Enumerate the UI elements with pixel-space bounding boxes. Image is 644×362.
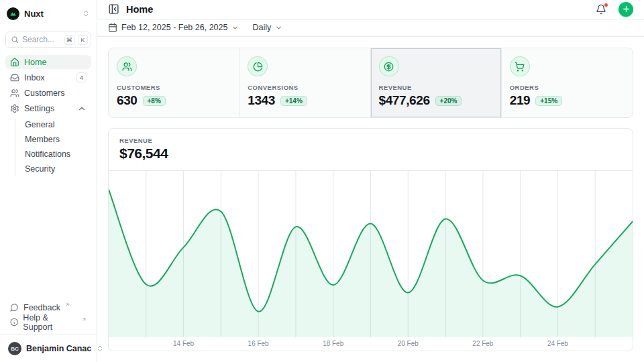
users-icon <box>122 62 132 72</box>
x-axis-tick-label: 16 Feb <box>248 340 269 347</box>
sidebar: Nuxt Search... ⌘ K Home Inbox 4 Cust <box>0 0 97 362</box>
users-icon <box>10 88 19 98</box>
plus-icon <box>622 5 631 13</box>
topbar: Home <box>97 0 644 19</box>
stat-card-orders[interactable]: ORDERS 219 +15% <box>502 48 633 117</box>
help-support-link[interactable]: Help & Support <box>5 315 91 329</box>
stat-label: REVENUE <box>379 84 493 91</box>
nuxt-logo-icon <box>7 7 19 20</box>
stat-icon-circle <box>117 56 137 76</box>
stat-card-customers[interactable]: CUSTOMERS 630 +8% <box>109 48 239 117</box>
stat-icon-circle <box>379 56 399 76</box>
stats-row: CUSTOMERS 630 +8% CONVERSIONS 1343 +14% <box>108 48 633 118</box>
external-link-icon <box>65 302 70 307</box>
sidebar-nav: Home Inbox 4 Customers Settings General <box>5 55 91 177</box>
chevron-down-icon <box>231 24 239 32</box>
stat-value: 630 <box>117 93 138 108</box>
feedback-label: Feedback <box>23 303 60 312</box>
chart-canvas: 14 Feb16 Feb18 Feb20 Feb22 Feb24 Feb <box>109 171 633 351</box>
circle-dollar-icon <box>384 62 394 72</box>
app-root: Nuxt Search... ⌘ K Home Inbox 4 Cust <box>0 0 644 362</box>
home-icon <box>10 58 19 67</box>
user-menu[interactable]: BC Benjamin Canac <box>5 335 91 357</box>
stat-value: 1343 <box>248 93 275 108</box>
filters-toolbar: Feb 12, 2025 - Feb 26, 2025 Daily <box>97 19 644 37</box>
x-axis-tick-label: 18 Feb <box>323 340 343 347</box>
workspace-selector[interactable]: Nuxt <box>5 0 91 27</box>
stat-value: $477,626 <box>379 93 430 108</box>
chevrons-up-down-icon <box>82 9 90 17</box>
chart-metric-value: $76,544 <box>119 145 622 162</box>
stat-card-revenue[interactable]: REVENUE $477,626 +20% <box>371 48 502 117</box>
chat-bubble-icon <box>10 303 19 312</box>
collapse-sidebar-button[interactable] <box>108 3 119 15</box>
sidebar-spacer <box>5 177 91 300</box>
date-range-picker[interactable]: Feb 12, 2025 - Feb 26, 2025 <box>108 23 239 32</box>
sidebar-item-label: Home <box>24 58 46 67</box>
kbd-cmd: ⌘ <box>64 35 75 45</box>
sidebar-item-security[interactable]: Security <box>25 162 91 176</box>
stat-icon-circle <box>248 56 268 76</box>
sidebar-item-notifications[interactable]: Notifications <box>25 147 91 161</box>
help-support-label: Help & Support <box>23 313 77 332</box>
shopping-cart-icon <box>515 62 525 72</box>
sidebar-item-general[interactable]: General <box>25 118 91 131</box>
x-axis-tick-label: 14 Feb <box>173 340 194 347</box>
panel-left-close-icon <box>108 3 119 15</box>
stat-delta-badge: +15% <box>535 96 562 106</box>
date-range-value: Feb 12, 2025 - Feb 26, 2025 <box>121 23 227 32</box>
chart-header: REVENUE $76,544 <box>109 129 633 171</box>
calendar-icon <box>108 23 117 32</box>
avatar: BC <box>8 342 21 355</box>
stat-card-conversions[interactable]: CONVERSIONS 1343 +14% <box>239 48 370 117</box>
info-icon <box>10 318 18 326</box>
sidebar-item-label: Settings <box>24 104 54 113</box>
stat-label: CUSTOMERS <box>117 84 231 91</box>
revenue-area-chart[interactable]: 14 Feb16 Feb18 Feb20 Feb22 Feb24 Feb <box>109 171 633 351</box>
sidebar-item-inbox[interactable]: Inbox 4 <box>5 70 91 84</box>
sidebar-item-label: Inbox <box>24 73 45 82</box>
stat-icon-circle <box>510 56 530 76</box>
granularity-value: Daily <box>252 23 271 32</box>
stat-value: 219 <box>510 93 531 108</box>
add-button[interactable] <box>619 2 633 17</box>
stat-label: ORDERS <box>510 84 625 91</box>
search-input[interactable]: Search... ⌘ K <box>5 32 91 48</box>
content: CUSTOMERS 630 +8% CONVERSIONS 1343 +14% <box>97 37 644 362</box>
sidebar-item-label: Customers <box>24 88 64 98</box>
user-name: Benjamin Canac <box>26 344 91 353</box>
search-placeholder: Search... <box>22 35 61 44</box>
x-axis-tick-label: 22 Feb <box>472 340 493 347</box>
workspace-name: Nuxt <box>24 9 77 19</box>
inbox-count-badge: 4 <box>76 72 87 82</box>
kbd-k: K <box>78 35 88 45</box>
chart-pie-icon <box>253 62 263 72</box>
chart-metric-label: REVENUE <box>119 137 622 144</box>
sidebar-item-settings[interactable]: Settings <box>5 101 91 115</box>
x-axis-tick-label: 24 Feb <box>547 340 568 347</box>
stat-delta-badge: +14% <box>280 96 307 106</box>
inbox-icon <box>10 73 19 82</box>
external-link-icon <box>82 317 87 322</box>
gear-icon <box>10 104 19 113</box>
sidebar-item-customers[interactable]: Customers <box>5 86 91 100</box>
search-icon <box>11 36 19 44</box>
notifications-button[interactable] <box>596 4 606 15</box>
sidebar-item-members[interactable]: Members <box>25 133 91 146</box>
granularity-select[interactable]: Daily <box>252 23 282 32</box>
chevron-up-icon <box>77 104 87 113</box>
notification-dot <box>604 3 608 7</box>
page-title: Home <box>126 4 589 15</box>
stat-delta-badge: +20% <box>435 96 462 106</box>
sidebar-item-home[interactable]: Home <box>5 55 91 69</box>
chevron-down-icon <box>275 24 282 32</box>
settings-submenu: General Members Notifications Security <box>15 118 91 176</box>
x-axis-tick-label: 20 Feb <box>398 340 419 347</box>
stat-label: CONVERSIONS <box>248 84 362 91</box>
stat-delta-badge: +8% <box>143 96 166 106</box>
main-area: Home Feb 12, 2025 - Feb 26, 2025 Daily <box>97 0 644 362</box>
revenue-chart-card: REVENUE $76,544 14 Feb16 Feb18 Feb20 Feb… <box>108 128 633 351</box>
